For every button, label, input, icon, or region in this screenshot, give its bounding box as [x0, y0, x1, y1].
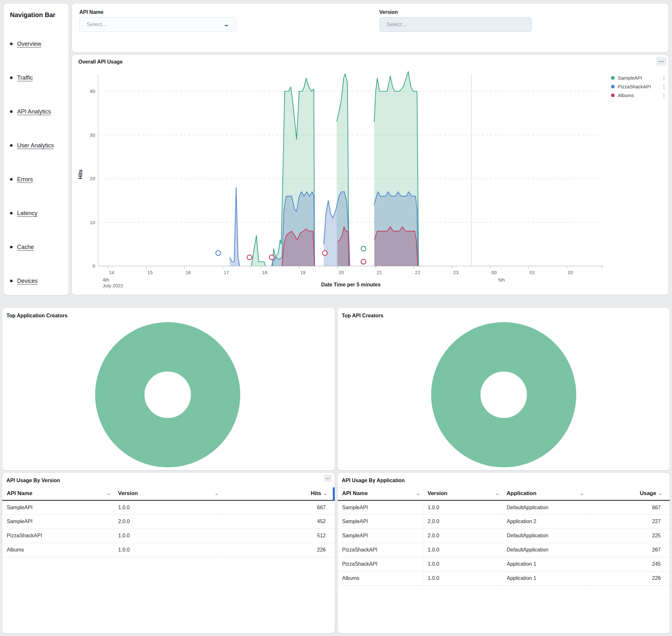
donut-slice-admin[interactable]	[456, 347, 552, 443]
sidebar-item-label[interactable]: User Analytics	[17, 142, 54, 149]
sidebar-item-label[interactable]: Latency	[17, 210, 37, 216]
series-line-PizzaShackAPI	[229, 187, 240, 266]
table-header-row: API Name⌄Version⌄Application⌄Usage⌄	[338, 487, 670, 500]
api-usage-by-application-card: API Usage By Application API Name⌄Versio…	[338, 473, 670, 633]
top-api-creators-card: Top API Creators admin 100%	[338, 308, 670, 470]
chevron-down-icon[interactable]: ⌄	[658, 491, 663, 496]
table-cell-application: Application 1	[502, 571, 587, 585]
y-tick-label: 30	[90, 132, 95, 138]
sidebar-item-label[interactable]: Devices	[17, 278, 38, 284]
column-header-hits[interactable]: Hits⌄	[222, 487, 335, 500]
x-axis-title: Date Time per 5 minutes	[321, 282, 381, 287]
table-cell-api-name: PizzaShackAPI	[338, 543, 423, 557]
column-header-version[interactable]: Version⌄	[423, 487, 502, 500]
chart-legend: SampleAPI⋮PizzaShackAPI⋮Albums⋮	[611, 74, 667, 100]
api-usage-by-version-card: API Usage By Version ⋯ API Name⌄Version⌄…	[2, 473, 335, 633]
column-header-label: Application	[507, 490, 536, 497]
version-label: Version	[379, 9, 398, 15]
chevron-down-icon[interactable]: ⌄	[106, 491, 111, 496]
table-cell-api-name: SampleAPI	[338, 500, 423, 514]
table-row: SampleAPI2.0.0Application 2227	[338, 514, 670, 529]
bullet-icon	[10, 280, 13, 282]
sidebar-item-devices[interactable]: Devices	[10, 278, 65, 284]
table-title: API Usage By Application	[342, 478, 405, 483]
table-cell-api-name: SampleAPI	[2, 514, 114, 529]
sidebar-item-user-analytics[interactable]: User Analytics	[10, 142, 65, 149]
table-header-row: API Name⌄Version⌄Hits⌄	[2, 487, 335, 500]
kebab-menu-icon[interactable]: ⋮	[661, 92, 667, 98]
donut-title: Top Application Creators	[6, 313, 67, 319]
table-cell-version: 1.0.0	[423, 571, 502, 585]
widget-menu-icon[interactable]: ⋯	[324, 475, 332, 482]
bullet-icon	[10, 110, 13, 113]
day-label: 5th	[498, 277, 505, 282]
chevron-down-icon[interactable]: ⌄	[416, 491, 421, 496]
x-tick-label: 23	[453, 270, 459, 275]
top-application-creators-card: Top Application Creators admin 100%	[2, 308, 335, 470]
column-header-api-name[interactable]: API Name⌄	[2, 487, 114, 500]
sidebar-item-label[interactable]: Errors	[17, 176, 33, 182]
data-point-SampleAPI[interactable]	[361, 246, 366, 251]
donut-slice-admin[interactable]	[120, 347, 216, 443]
x-tick-label: 02	[568, 270, 573, 275]
api-name-select[interactable]: Select... ⌄	[79, 17, 236, 32]
legend-label: SampleAPI	[618, 75, 642, 81]
sidebar-item-label[interactable]: Overview	[17, 41, 41, 47]
sidebar-item-latency[interactable]: Latency	[10, 210, 65, 217]
chevron-down-icon: ⌄	[223, 22, 229, 27]
table-cell-version: 1.0.0	[423, 543, 502, 557]
bullet-icon	[10, 76, 13, 79]
chevron-down-icon[interactable]: ⌄	[579, 491, 584, 496]
sidebar-item-overview[interactable]: Overview	[10, 41, 65, 47]
x-tick-label: 16	[185, 270, 191, 275]
sidebar-item-errors[interactable]: Errors	[10, 176, 65, 183]
table-cell-version: 1.0.0	[114, 543, 222, 557]
column-header-usage[interactable]: Usage⌄	[587, 487, 670, 500]
legend-label: PizzaShackAPI	[618, 84, 651, 90]
bullet-icon	[10, 212, 13, 215]
column-header-label: Version	[118, 490, 138, 497]
chevron-down-icon[interactable]: ⌄	[214, 491, 219, 496]
version-select[interactable]: Select...	[379, 17, 532, 32]
table-cell-hits: 452	[222, 514, 335, 529]
table-cell-application: Application 1	[502, 557, 587, 571]
column-header-application[interactable]: Application⌄	[502, 487, 587, 500]
data-point-Albums[interactable]	[269, 255, 274, 260]
table-cell-usage: 227	[587, 514, 670, 529]
data-point-Albums[interactable]	[247, 255, 252, 260]
area-chart: 010203040141516171819202122230001024thJu…	[72, 55, 669, 295]
navigation-sidebar: Navigation Bar OverviewTrafficAPI Analyt…	[3, 3, 69, 295]
x-tick-label: 20	[339, 270, 344, 275]
sidebar-item-cache[interactable]: Cache	[10, 244, 65, 251]
table-cell-version: 1.0.0	[114, 529, 222, 543]
legend-item-SampleAPI[interactable]: SampleAPI⋮	[611, 74, 667, 82]
bullet-icon	[10, 43, 13, 45]
sidebar-item-api-analytics[interactable]: API Analytics	[10, 108, 65, 115]
sidebar-item-traffic[interactable]: Traffic	[10, 75, 65, 81]
table-cell-usage: 267	[587, 543, 670, 557]
table-row: SampleAPI1.0.0667	[2, 500, 335, 514]
table-scrollbar[interactable]	[333, 487, 335, 500]
legend-item-Albums[interactable]: Albums⋮	[611, 91, 667, 100]
table-row: SampleAPI2.0.0452	[2, 514, 335, 529]
chevron-down-icon[interactable]: ⌄	[495, 491, 500, 496]
legend-dot-icon	[611, 85, 615, 88]
bullet-icon	[10, 246, 13, 249]
sidebar-item-label[interactable]: Cache	[17, 244, 34, 250]
data-point-Albums[interactable]	[361, 259, 366, 264]
table-row: PizzaShackAPI1.0.0DefaultApplication267	[338, 543, 670, 557]
table-row: Albums1.0.0Application 1226	[338, 571, 670, 585]
bullet-icon	[10, 144, 13, 147]
kebab-menu-icon[interactable]: ⋮	[661, 83, 667, 90]
column-header-version[interactable]: Version⌄	[114, 487, 222, 500]
table-cell-version: 2.0.0	[114, 514, 222, 529]
data-point-Albums[interactable]	[323, 251, 327, 255]
sidebar-item-label[interactable]: API Analytics	[17, 108, 51, 115]
data-point-PizzaShackAPI[interactable]	[216, 251, 221, 255]
sidebar-item-label[interactable]: Traffic	[17, 75, 33, 81]
legend-item-PizzaShackAPI[interactable]: PizzaShackAPI⋮	[611, 82, 667, 91]
column-header-api-name[interactable]: API Name⌄	[338, 487, 423, 500]
chevron-down-icon[interactable]: ⌄	[323, 491, 328, 496]
kebab-menu-icon[interactable]: ⋮	[661, 75, 667, 81]
api-usage-by-version-table: API Name⌄Version⌄Hits⌄ SampleAPI1.0.0667…	[2, 487, 335, 557]
